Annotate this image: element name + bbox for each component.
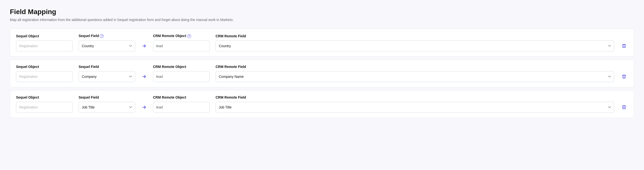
crm-object-label: CRM Remote Object? — [153, 34, 210, 38]
sequel-object-input[interactable] — [16, 102, 73, 113]
mapping-arrow-icon — [141, 43, 147, 48]
sequel-field-label: Sequel Field? — [78, 34, 135, 38]
sequel-field-select[interactable]: Company — [78, 71, 135, 82]
sequel-object-input[interactable] — [16, 71, 73, 82]
crm-object-input[interactable] — [153, 41, 210, 51]
mapping-row: Sequel ObjectSequel FieldCRM Remote Obje… — [10, 90, 634, 118]
delete-row-button[interactable] — [620, 105, 628, 110]
crm-field-select[interactable]: Country — [216, 41, 614, 51]
crm-object-label: CRM Remote Object — [153, 65, 210, 69]
mapping-row: Sequel ObjectSequel Field?CRM Remote Obj… — [10, 29, 634, 57]
crm-field-label: CRM Remote Field — [216, 95, 614, 99]
sequel-object-input[interactable] — [16, 41, 73, 51]
crm-object-input[interactable] — [153, 102, 210, 113]
crm-object-input[interactable] — [153, 71, 210, 82]
delete-row-button[interactable] — [620, 43, 628, 48]
crm-field-select[interactable]: Company Name — [216, 71, 614, 82]
page-subtitle: Map all registration information from th… — [10, 18, 634, 22]
crm-object-help-icon[interactable]: ? — [187, 34, 191, 38]
crm-field-label: CRM Remote Field — [216, 65, 614, 69]
page-title: Field Mapping — [10, 8, 634, 16]
sequel-field-select[interactable]: Job Title — [78, 102, 135, 113]
delete-row-button[interactable] — [620, 74, 628, 79]
crm-object-label: CRM Remote Object — [153, 95, 210, 99]
mapping-row: Sequel ObjectSequel FieldCRM Remote Obje… — [10, 59, 634, 87]
mapping-arrow-icon — [141, 105, 147, 110]
sequel-field-help-icon[interactable]: ? — [100, 34, 104, 38]
sequel-object-label: Sequel Object — [16, 65, 73, 69]
crm-field-label: CRM Remote Field — [216, 34, 614, 38]
sequel-field-label: Sequel Field — [78, 65, 135, 69]
sequel-object-label: Sequel Object — [16, 34, 73, 38]
sequel-field-select[interactable]: Country — [78, 41, 135, 51]
crm-field-select[interactable]: Job Title — [216, 102, 614, 113]
sequel-object-label: Sequel Object — [16, 95, 73, 99]
mapping-arrow-icon — [141, 74, 147, 79]
sequel-field-label: Sequel Field — [78, 95, 135, 99]
